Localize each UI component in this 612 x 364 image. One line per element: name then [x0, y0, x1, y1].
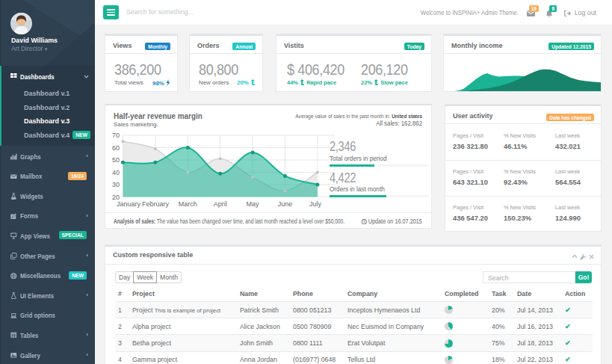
svg-text:February: February — [142, 200, 170, 208]
svg-text:July: July — [309, 200, 322, 208]
svg-text:May: May — [247, 200, 260, 208]
svg-text:April: April — [214, 200, 227, 208]
svg-text:70: 70 — [112, 132, 120, 139]
svg-text:June: June — [278, 200, 293, 208]
svg-text:January: January — [117, 200, 141, 208]
svg-text:40: 40 — [112, 169, 120, 176]
svg-text:March: March — [179, 200, 197, 208]
svg-text:20: 20 — [112, 194, 120, 201]
svg-text:60: 60 — [112, 144, 120, 152]
svg-text:30: 30 — [112, 181, 120, 188]
svg-text:50: 50 — [112, 156, 120, 164]
